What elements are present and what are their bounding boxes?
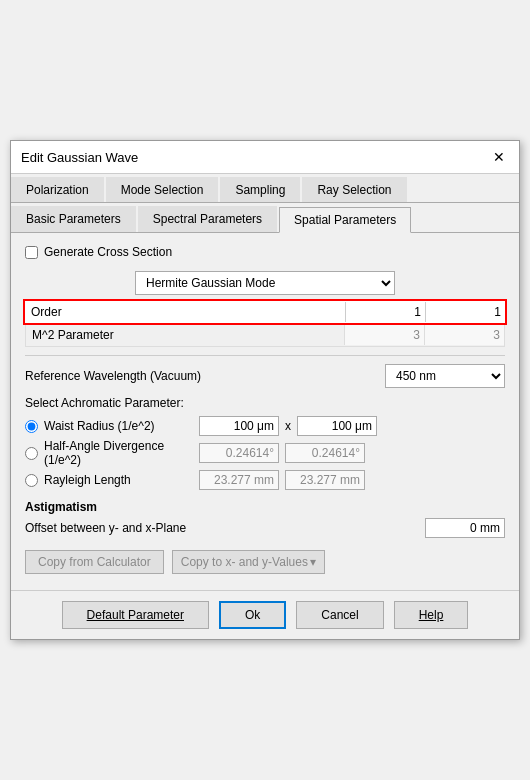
astigmatism-offset-input[interactable] [425,518,505,538]
half-angle-y-input [285,443,365,463]
tab-polarization[interactable]: Polarization [11,177,104,202]
x-separator: x [285,419,291,433]
edit-gaussian-wave-dialog: Edit Gaussian Wave ✕ Polarization Mode S… [10,140,520,640]
order-row: Order [25,301,505,323]
footer: Default Parameter Ok Cancel Help [11,590,519,639]
order-y-input[interactable] [425,302,505,322]
default-parameter-label: Default Parameter [87,608,184,622]
cancel-button[interactable]: Cancel [296,601,383,629]
astigmatism-section: Astigmatism Offset between y- and x-Plan… [25,500,505,538]
mode-dropdown[interactable]: Hermite Gaussian Mode [135,271,395,295]
order-label: Order [25,301,345,323]
bottom-buttons-row: Copy from Calculator Copy to x- and y-Va… [25,550,505,574]
ok-label: Ok [245,608,260,622]
title-bar: Edit Gaussian Wave ✕ [11,141,519,174]
help-label: Help [419,608,444,622]
rayleigh-length-label: Rayleigh Length [44,473,199,487]
cancel-label: Cancel [321,608,358,622]
astigmatism-row: Offset between y- and x-Plane [25,518,505,538]
rayleigh-length-row: Rayleigh Length [25,470,505,490]
rayleigh-length-y-input [285,470,365,490]
half-angle-radio[interactable] [25,447,38,460]
half-angle-row: Half-Angle Divergence (1/e^2) [25,439,505,467]
copy-from-calculator-button[interactable]: Copy from Calculator [25,550,164,574]
waist-radius-row: Waist Radius (1/e^2) x [25,416,505,436]
mode-dropdown-row: Hermite Gaussian Mode [25,271,505,295]
waist-radius-radio[interactable] [25,420,38,433]
rayleigh-length-inputs [199,470,365,490]
reference-wavelength-dropdown[interactable]: 450 nm [385,364,505,388]
tab-basic-parameters[interactable]: Basic Parameters [11,206,136,232]
waist-radius-inputs: x [199,416,377,436]
astigmatism-offset-label: Offset between y- and x-Plane [25,521,186,535]
half-angle-inputs [199,443,365,463]
rayleigh-length-radio[interactable] [25,474,38,487]
m2-y-input [424,325,504,345]
order-x-input[interactable] [345,302,425,322]
tab-spatial-parameters[interactable]: Spatial Parameters [279,207,411,233]
tab-spectral-parameters[interactable]: Spectral Parameters [138,206,277,232]
m2-label: M^2 Parameter [26,324,344,346]
dialog-title: Edit Gaussian Wave [21,150,138,165]
content-area: Generate Cross Section Hermite Gaussian … [11,233,519,590]
help-button[interactable]: Help [394,601,469,629]
copy-to-xy-button[interactable]: Copy to x- and y-Values ▾ [172,550,325,574]
reference-wavelength-label: Reference Wavelength (Vacuum) [25,369,201,383]
tab-ray-selection[interactable]: Ray Selection [302,177,406,202]
m2-x-input [344,325,424,345]
rayleigh-length-x-input [199,470,279,490]
waist-radius-y-input[interactable] [297,416,377,436]
dropdown-arrow-icon: ▾ [310,555,316,569]
reference-wavelength-row: Reference Wavelength (Vacuum) 450 nm [25,364,505,388]
generate-cross-section-label: Generate Cross Section [44,245,172,259]
ok-button[interactable]: Ok [219,601,286,629]
astigmatism-title: Astigmatism [25,500,505,514]
generate-cross-section-checkbox[interactable] [25,246,38,259]
achromatic-label: Select Achromatic Parameter: [25,396,505,410]
tab-sampling[interactable]: Sampling [220,177,300,202]
tab-row-2: Basic Parameters Spectral Parameters Spa… [11,203,519,233]
waist-radius-x-input[interactable] [199,416,279,436]
half-angle-x-input [199,443,279,463]
m2-row: M^2 Parameter [25,323,505,347]
tab-mode-selection[interactable]: Mode Selection [106,177,219,202]
tab-row-1: Polarization Mode Selection Sampling Ray… [11,174,519,203]
copy-to-xy-label: Copy to x- and y-Values [181,555,308,569]
waist-radius-label: Waist Radius (1/e^2) [44,419,199,433]
generate-cross-section-row: Generate Cross Section [25,245,505,259]
half-angle-label: Half-Angle Divergence (1/e^2) [44,439,199,467]
default-parameter-button[interactable]: Default Parameter [62,601,209,629]
close-button[interactable]: ✕ [489,147,509,167]
